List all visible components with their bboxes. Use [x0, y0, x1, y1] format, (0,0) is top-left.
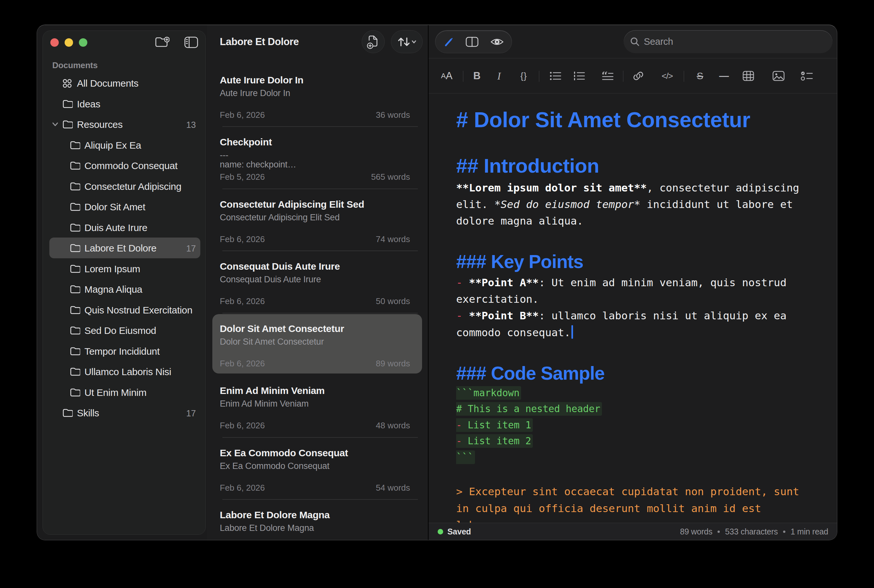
note-meta: Feb 6, 2026 50 words — [220, 296, 410, 306]
sidebar-item-label: Lorem Ipsum — [84, 264, 140, 274]
sidebar-item[interactable]: Labore Et Dolore 17 — [50, 237, 200, 258]
note-date: Feb 6, 2026 — [220, 234, 265, 244]
minimize-button[interactable] — [65, 38, 73, 47]
note-preview: Aute Irure Dolor In — [220, 88, 290, 98]
note-preview: Ex Ea Commodo Consequat — [220, 462, 330, 471]
note-date: Feb 6, 2026 — [220, 483, 265, 493]
sidebar-item[interactable]: Consectetur Adipiscing — [50, 176, 200, 196]
note-list-item[interactable]: Consectetur Adipiscing Elit Sed Consecte… — [207, 189, 428, 252]
md-code-line: ``` — [456, 449, 813, 466]
sidebar-toggle-icon — [185, 37, 198, 48]
sidebar-item-label: All Documents — [77, 78, 139, 88]
sidebar-item[interactable]: Sed Do Eiusmod — [50, 320, 200, 341]
sidebar-item[interactable]: Magna Aliqua — [50, 279, 200, 300]
md-paragraph: **Lorem ipsum dolor sit amet**, consecte… — [456, 180, 813, 230]
search-field[interactable] — [624, 30, 832, 53]
numbered-list-icon — [574, 71, 585, 81]
strikethrough-button[interactable]: S — [691, 59, 709, 93]
note-list-item[interactable]: Ex Ea Commodo Consequat Ex Ea Commodo Co… — [207, 438, 428, 500]
close-button[interactable] — [50, 38, 59, 47]
zoom-button[interactable] — [79, 38, 87, 47]
image-button[interactable] — [769, 59, 788, 93]
sidebar-panel: Documents All Documents — [42, 30, 206, 535]
folder-icon — [70, 326, 80, 334]
toggle-sidebar-button[interactable] — [185, 37, 198, 48]
sidebar-item-count: 17 — [186, 243, 196, 254]
table-icon — [742, 71, 754, 81]
md-heading-3: ### Code Sample — [456, 362, 813, 385]
folder-icon — [70, 223, 80, 232]
sidebar-item[interactable]: Ut Enim Minim — [50, 382, 200, 403]
editor-statusbar: Saved 89 words 533 characters 1 min read — [428, 523, 837, 540]
folder-icon — [70, 285, 80, 293]
new-folder-button[interactable] — [155, 36, 170, 49]
note-word-count: 565 words — [371, 172, 410, 182]
sidebar-item[interactable]: Aliquip Ex Ea — [50, 135, 200, 155]
note-meta: Feb 6, 2026 54 words — [220, 483, 410, 493]
note-preview: Labore Et Dolore Magna — [220, 524, 314, 533]
note-list-item[interactable]: Labore Et Dolore Magna Labore Et Dolore … — [207, 500, 428, 540]
braces-button[interactable]: {} — [515, 59, 533, 93]
note-list-item[interactable]: Enim Ad Minim Veniam Enim Ad Minim Venia… — [207, 375, 428, 438]
note-title: Ex Ea Commodo Consequat — [220, 447, 348, 459]
bullet-list-button[interactable] — [547, 59, 565, 93]
sidebar-item[interactable]: Ideas — [50, 93, 200, 114]
sidebar-item[interactable]: Tempor Incididunt — [50, 341, 200, 362]
numbered-list-button[interactable] — [570, 59, 588, 93]
sidebar-item[interactable]: Skills 17 — [50, 402, 200, 423]
character-count: 533 characters — [725, 527, 778, 536]
italic-button[interactable]: I — [490, 59, 508, 93]
horizontal-rule-button[interactable]: — — [715, 59, 733, 93]
note-word-count: 48 words — [376, 420, 410, 430]
md-code-line: - List item 1 — [456, 417, 813, 434]
checklist-button[interactable] — [798, 59, 816, 93]
sidebar-item-label: Labore Et Dolore — [84, 243, 156, 254]
notes-list-pane: Labore Et Dolore Aute Irure Dolor In — [207, 25, 428, 540]
code-button[interactable]: </> — [658, 59, 676, 93]
sidebar-item[interactable]: Resources 13 — [50, 114, 200, 135]
text-cursor — [571, 325, 573, 339]
md-heading-1: # Dolor Sit Amet Consectetur — [456, 107, 813, 133]
note-date: Feb 6, 2026 — [220, 296, 265, 306]
chevron-down-icon[interactable] — [52, 122, 59, 127]
note-list-item[interactable]: Aute Irure Dolor In Aute Irure Dolor In … — [207, 65, 428, 127]
sidebar-item[interactable]: Quis Nostrud Exercitation — [50, 300, 200, 320]
folder-icon — [70, 367, 80, 376]
sidebar-item[interactable]: Commodo Consequat — [50, 155, 200, 176]
md-heading-2: ## Introduction — [456, 154, 813, 178]
note-list-item[interactable]: Checkpoint --- name: checkpoint… Feb 5, … — [207, 127, 428, 189]
toolbar-separator — [463, 71, 463, 82]
link-button[interactable] — [629, 59, 647, 93]
sidebar-item[interactable]: Lorem Ipsum — [50, 258, 200, 279]
md-heading-3: ### Key Points — [456, 250, 813, 273]
blockquote-button[interactable] — [599, 59, 617, 93]
new-document-button[interactable] — [362, 30, 385, 53]
sidebar-item-label: Ideas — [77, 99, 100, 110]
editor-pane: AA B I {} — [428, 25, 837, 540]
folder-icon — [62, 120, 73, 129]
preview-mode-icon[interactable] — [490, 36, 504, 48]
bold-button[interactable]: B — [468, 59, 486, 93]
split-view-icon[interactable] — [466, 37, 479, 47]
word-count: 89 words — [680, 527, 712, 536]
sidebar-item-label: Skills — [77, 408, 99, 418]
sidebar-item[interactable]: Duis Aute Irure — [50, 217, 200, 238]
sort-button[interactable] — [391, 30, 423, 53]
note-meta: Feb 6, 2026 48 words — [220, 420, 410, 430]
editor-content[interactable]: # Dolor Sit Amet Consectetur ## Introduc… — [456, 93, 813, 523]
table-button[interactable] — [739, 59, 757, 93]
sidebar-item[interactable]: Dolor Sit Amet — [50, 196, 200, 217]
text-style-button[interactable]: AA — [438, 59, 456, 93]
note-list-item[interactable]: Consequat Duis Aute Irure Consequat Duis… — [207, 251, 428, 314]
sidebar-item-count: 13 — [186, 120, 196, 130]
folder-icon — [62, 408, 73, 417]
toolbar-separator — [539, 71, 539, 82]
sidebar-item[interactable]: All Documents — [50, 73, 200, 93]
sidebar-item[interactable]: Ullamco Laboris Nisi — [50, 361, 200, 382]
md-code-line: ```markdown — [456, 385, 813, 401]
dot-separator — [783, 531, 785, 533]
note-word-count: 74 words — [376, 234, 410, 244]
note-list-item[interactable]: Dolor Sit Amet Consectetur Dolor Sit Ame… — [207, 314, 428, 376]
edit-mode-icon[interactable] — [443, 36, 455, 48]
search-input[interactable] — [644, 36, 812, 47]
